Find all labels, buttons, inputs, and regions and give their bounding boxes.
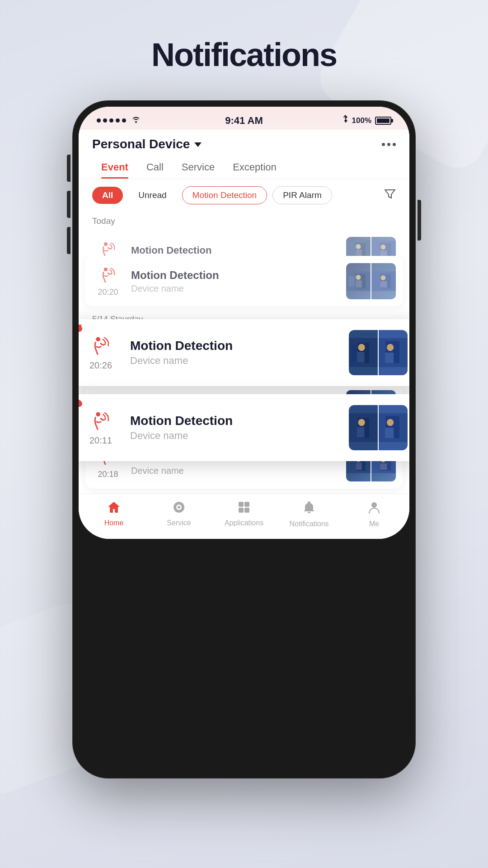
notif-thumbnail bbox=[346, 263, 396, 299]
bell-icon bbox=[303, 501, 315, 518]
applications-icon bbox=[238, 501, 250, 517]
notif-time: 20:11 bbox=[89, 435, 112, 446]
status-bar: 9:41 AM 100% bbox=[79, 107, 409, 130]
bottom-nav-notifications-label: Notifications bbox=[289, 520, 328, 528]
svg-point-64 bbox=[358, 419, 365, 426]
svg-rect-65 bbox=[357, 427, 365, 438]
nav-tabs: Event Call Service Exception bbox=[79, 157, 409, 179]
bottom-nav-home-label: Home bbox=[104, 519, 124, 527]
battery-fill bbox=[377, 118, 389, 123]
svg-rect-49 bbox=[244, 508, 249, 513]
notif-title: Motion Detection bbox=[131, 269, 339, 282]
signal-dot bbox=[116, 118, 120, 123]
notif-body: Motion Detection Device name bbox=[130, 339, 340, 367]
bottom-nav-notifications[interactable]: Notifications bbox=[277, 501, 342, 528]
tab-service[interactable]: Service bbox=[173, 157, 224, 179]
svg-rect-13 bbox=[356, 280, 362, 288]
svg-point-7 bbox=[381, 245, 386, 250]
list-item[interactable]: 20:20 Motion Detection Device name bbox=[85, 256, 403, 307]
battery-icon bbox=[375, 117, 391, 125]
notif-title: Motion Detection bbox=[130, 339, 340, 353]
device-title[interactable]: Personal Device bbox=[92, 137, 202, 151]
more-dot bbox=[387, 143, 390, 146]
svg-rect-45 bbox=[380, 463, 387, 470]
notif-time: 20:26 bbox=[89, 360, 112, 371]
tab-exception[interactable]: Exception bbox=[224, 157, 286, 179]
notif-subtitle: Device name bbox=[131, 283, 339, 294]
filter-unread[interactable]: Unread bbox=[128, 187, 176, 204]
notif-subtitle: Device name bbox=[130, 430, 340, 442]
bottom-nav-applications-label: Applications bbox=[225, 519, 263, 527]
filter-bar: All Unread Motion Detection PIR Alarm bbox=[79, 179, 409, 212]
filter-pir[interactable]: PIR Alarm bbox=[272, 186, 332, 204]
filter-icon[interactable] bbox=[384, 188, 396, 203]
svg-rect-46 bbox=[239, 502, 244, 507]
svg-point-0 bbox=[104, 242, 108, 246]
bluetooth-icon bbox=[342, 115, 348, 126]
bottom-nav-me[interactable]: Me bbox=[342, 501, 407, 528]
filter-motion[interactable]: Motion Detection bbox=[182, 186, 267, 204]
notif-icon-wrap: 20:11 bbox=[80, 410, 121, 446]
phone-frame: 9:41 AM 100% Personal Device bbox=[72, 100, 416, 778]
more-menu-button[interactable] bbox=[382, 143, 396, 146]
svg-point-61 bbox=[96, 412, 100, 416]
svg-rect-41 bbox=[356, 462, 362, 470]
tab-call[interactable]: Call bbox=[137, 157, 173, 179]
notif-icon-wrap: 20:20 bbox=[92, 266, 124, 297]
bottom-nav-home[interactable]: Home bbox=[81, 501, 146, 527]
floating-card-2[interactable]: 20:11 Motion Detection Device name bbox=[79, 394, 409, 461]
notif-time: 20:20 bbox=[98, 288, 118, 297]
svg-point-9 bbox=[104, 268, 108, 271]
svg-rect-47 bbox=[244, 502, 249, 507]
more-dot bbox=[382, 143, 385, 146]
svg-point-3 bbox=[356, 244, 361, 249]
notif-icon-wrap: 20:26 bbox=[80, 335, 121, 371]
bottom-nav-service-label: Service bbox=[167, 519, 191, 527]
home-icon bbox=[107, 501, 121, 517]
bottom-nav-me-label: Me bbox=[369, 520, 379, 528]
floating-card-1[interactable]: 20:26 Motion Detection Device name bbox=[79, 319, 409, 386]
bottom-nav-service[interactable]: Service bbox=[146, 501, 211, 527]
status-right: 100% bbox=[342, 115, 391, 126]
app-header: Personal Device bbox=[79, 130, 409, 157]
signal-dot bbox=[122, 118, 126, 123]
section-today: Today bbox=[79, 212, 409, 229]
bottom-nav-applications[interactable]: Applications bbox=[211, 501, 277, 527]
bottom-nav: Home Service Applications bbox=[81, 493, 407, 539]
status-time: 9:41 AM bbox=[225, 115, 263, 127]
svg-point-54 bbox=[358, 344, 365, 351]
phone-screen: 9:41 AM 100% Personal Device bbox=[79, 107, 409, 539]
svg-rect-8 bbox=[380, 250, 387, 256]
tab-event[interactable]: Event bbox=[92, 157, 137, 179]
signal-dot bbox=[109, 118, 113, 123]
notif-thumbnail bbox=[349, 405, 408, 450]
notif-body: Motion Detection Device name bbox=[130, 414, 340, 442]
signal-dot bbox=[97, 118, 101, 123]
notif-time: 20:18 bbox=[98, 470, 118, 479]
notif-body: Motion Detection Device name bbox=[131, 269, 339, 294]
person-icon bbox=[368, 501, 380, 518]
filter-all[interactable]: All bbox=[92, 187, 123, 204]
signal-dot bbox=[103, 118, 107, 123]
chevron-down-icon bbox=[194, 142, 202, 147]
notif-subtitle: Device name bbox=[131, 466, 339, 476]
svg-rect-18 bbox=[380, 281, 387, 288]
svg-rect-14 bbox=[348, 276, 354, 286]
wifi-icon bbox=[131, 116, 141, 125]
notif-subtitle: Device name bbox=[130, 355, 340, 367]
svg-point-51 bbox=[96, 337, 100, 341]
device-name-label: Personal Device bbox=[92, 137, 190, 151]
service-icon bbox=[173, 501, 185, 517]
svg-rect-56 bbox=[352, 345, 356, 361]
svg-rect-69 bbox=[385, 428, 394, 438]
svg-point-68 bbox=[387, 419, 394, 426]
svg-rect-48 bbox=[239, 508, 244, 513]
svg-point-50 bbox=[371, 502, 377, 508]
svg-rect-60 bbox=[385, 353, 394, 363]
page-title: Notifications bbox=[151, 36, 337, 73]
svg-point-17 bbox=[381, 275, 386, 280]
battery-percent: 100% bbox=[352, 116, 371, 125]
notif-title: Motion Detection bbox=[130, 414, 340, 428]
signal-dots bbox=[97, 116, 141, 125]
more-dot bbox=[393, 143, 396, 146]
